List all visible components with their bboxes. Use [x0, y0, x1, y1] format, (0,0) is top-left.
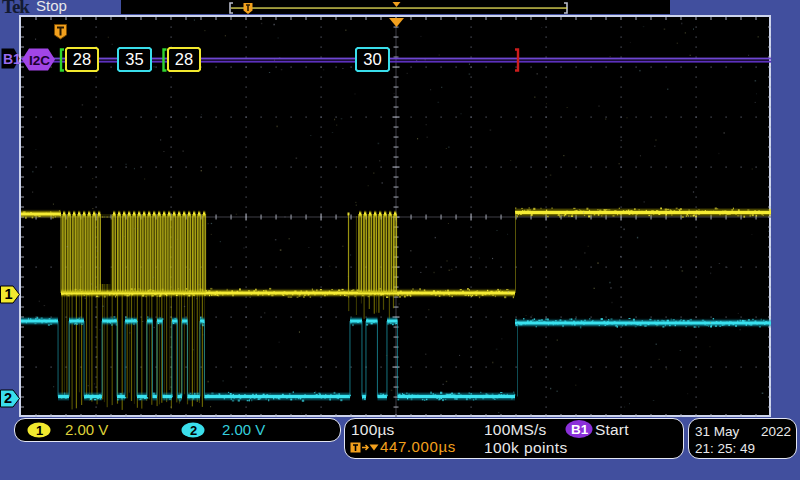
svg-text:447.000µs: 447.000µs	[380, 438, 456, 455]
svg-text:35: 35	[125, 50, 143, 68]
svg-text:100k points: 100k points	[484, 439, 568, 456]
svg-text:28: 28	[175, 50, 193, 68]
svg-text:2.00 V: 2.00 V	[222, 421, 265, 438]
svg-text:2.00 V: 2.00 V	[65, 421, 108, 438]
svg-text:30: 30	[363, 50, 381, 68]
svg-text:B1: B1	[571, 422, 589, 437]
svg-text:2: 2	[190, 423, 197, 438]
svg-text:1: 1	[36, 423, 43, 438]
svg-text:100µs: 100µs	[351, 421, 395, 438]
svg-text:1: 1	[5, 286, 13, 302]
svg-text:Start: Start	[595, 421, 629, 438]
svg-text:21: 25: 49: 21: 25: 49	[695, 441, 755, 456]
svg-text:2022: 2022	[761, 424, 791, 439]
svg-text:I2C: I2C	[29, 53, 50, 68]
svg-text:B1: B1	[3, 51, 21, 67]
svg-text:31 May: 31 May	[695, 424, 740, 439]
svg-text:100MS/s: 100MS/s	[484, 421, 547, 438]
svg-text:28: 28	[73, 50, 91, 68]
svg-text:2: 2	[4, 390, 12, 406]
